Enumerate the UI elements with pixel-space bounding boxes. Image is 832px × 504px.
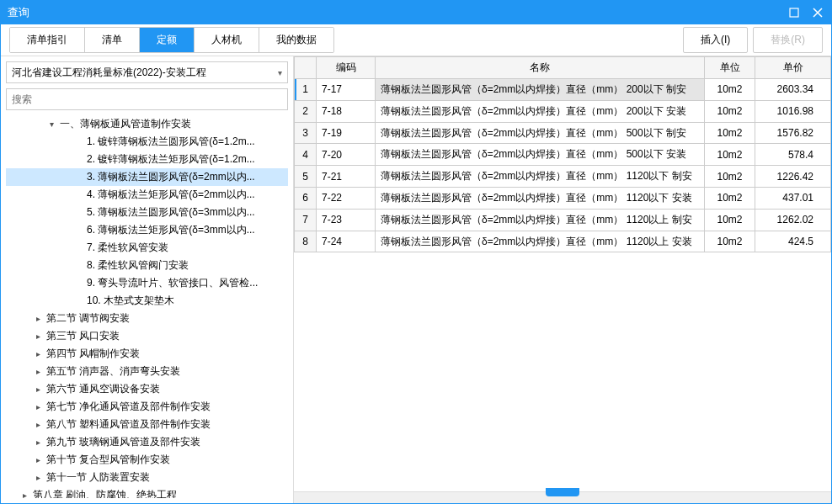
chevron-right-icon[interactable]: ▸ bbox=[33, 314, 43, 323]
table-row[interactable]: 27-18薄钢板法兰圆形风管（δ=2mm以内焊接）直径（mm） 200以下 安装… bbox=[295, 100, 831, 122]
cell-code[interactable]: 7-19 bbox=[317, 122, 376, 144]
row-number[interactable]: 8 bbox=[295, 231, 317, 252]
chevron-right-icon[interactable]: ▸ bbox=[33, 349, 43, 358]
chevron-down-icon[interactable]: ▾ bbox=[46, 119, 56, 129]
tree-item[interactable]: 5. 薄钢板法兰圆形风管(δ=3mm以内... bbox=[6, 204, 288, 221]
cell-unit[interactable]: 10m2 bbox=[705, 231, 755, 252]
tree-item[interactable]: 3. 薄钢板法兰圆形风管(δ=2mm以内... bbox=[6, 168, 288, 186]
cell-price[interactable]: 2603.34 bbox=[755, 79, 831, 101]
tree-item[interactable]: ▸第三节 风口安装 bbox=[6, 327, 288, 345]
cell-price[interactable]: 437.01 bbox=[755, 187, 831, 209]
tree-item[interactable]: ▸第八节 塑料通风管道及部件制作安装 bbox=[6, 416, 288, 433]
tree-item[interactable]: ▸第九节 玻璃钢通风管道及部件安装 bbox=[6, 433, 288, 451]
cell-unit[interactable]: 10m2 bbox=[705, 187, 755, 209]
cell-name[interactable]: 薄钢板法兰圆形风管（δ=2mm以内焊接）直径（mm） 200以下 制安 bbox=[376, 79, 705, 101]
tree-item[interactable]: ▸第十节 复合型风管制作安装 bbox=[6, 451, 288, 469]
row-number[interactable]: 4 bbox=[295, 144, 317, 166]
cell-unit[interactable]: 10m2 bbox=[705, 144, 755, 166]
row-number[interactable]: 3 bbox=[295, 122, 317, 144]
tree-item[interactable]: ▸第七节 净化通风管道及部件制作安装 bbox=[6, 398, 288, 416]
chevron-right-icon[interactable]: ▸ bbox=[33, 332, 43, 341]
table-row[interactable]: 57-21薄钢板法兰圆形风管（δ=2mm以内焊接）直径（mm） 1120以下 制… bbox=[295, 166, 831, 188]
chevron-right-icon[interactable]: ▸ bbox=[33, 367, 43, 376]
tab-4[interactable]: 我的数据 bbox=[259, 28, 333, 52]
cell-price[interactable]: 1262.02 bbox=[755, 209, 831, 231]
cell-name[interactable]: 薄钢板法兰圆形风管（δ=2mm以内焊接）直径（mm） 1120以上 制安 bbox=[376, 209, 705, 231]
col-price[interactable]: 单价 bbox=[755, 57, 831, 79]
cell-name[interactable]: 薄钢板法兰圆形风管（δ=2mm以内焊接）直径（mm） 200以下 安装 bbox=[376, 100, 705, 122]
cell-price[interactable]: 1016.98 bbox=[755, 100, 831, 122]
cell-code[interactable]: 7-20 bbox=[317, 144, 376, 166]
col-code[interactable]: 编码 bbox=[317, 57, 376, 79]
cell-code[interactable]: 7-21 bbox=[317, 166, 376, 188]
standard-dropdown[interactable]: 河北省建设工程消耗量标准(2022)-安装工程 ▾ bbox=[6, 61, 288, 83]
tree-item[interactable]: 9. 弯头导流叶片、软管接口、风管检... bbox=[6, 274, 288, 292]
tree-item[interactable]: ▸第四节 风帽制作安装 bbox=[6, 345, 288, 363]
tab-0[interactable]: 清单指引 bbox=[10, 28, 85, 52]
tree-item[interactable]: 4. 薄钢板法兰矩形风管(δ=2mm以内... bbox=[6, 186, 288, 204]
maximize-icon[interactable] bbox=[787, 6, 801, 19]
chevron-right-icon[interactable]: ▸ bbox=[33, 420, 43, 429]
chevron-right-icon[interactable]: ▸ bbox=[33, 473, 43, 482]
chevron-right-icon[interactable]: ▸ bbox=[33, 402, 43, 411]
table-row[interactable]: 87-24薄钢板法兰圆形风管（δ=2mm以内焊接）直径（mm） 1120以上 安… bbox=[295, 231, 831, 252]
tree-item[interactable]: ▸第五节 消声器、消声弯头安装 bbox=[6, 363, 288, 380]
row-number[interactable]: 7 bbox=[295, 209, 317, 231]
tab-2[interactable]: 定额 bbox=[140, 28, 195, 52]
chevron-right-icon[interactable]: ▸ bbox=[33, 455, 43, 464]
tab-3[interactable]: 人材机 bbox=[195, 28, 259, 52]
tree-item[interactable]: 2. 镀锌薄钢板法兰矩形风管(δ=1.2m... bbox=[6, 151, 288, 168]
tree-item[interactable]: ▸第六节 通风空调设备安装 bbox=[6, 380, 288, 398]
insert-button[interactable]: 插入(I) bbox=[683, 27, 748, 53]
tab-1[interactable]: 清单 bbox=[85, 28, 140, 52]
tree-item[interactable]: 7. 柔性软风管安装 bbox=[6, 239, 288, 257]
chevron-right-icon[interactable]: ▸ bbox=[19, 491, 29, 498]
table-row[interactable]: 37-19薄钢板法兰圆形风管（δ=2mm以内焊接）直径（mm） 500以下 制安… bbox=[295, 122, 831, 144]
cell-price[interactable]: 1226.42 bbox=[755, 166, 831, 188]
category-tree[interactable]: ▾一、薄钢板通风管道制作安装1. 镀锌薄钢板法兰圆形风管(δ=1.2m...2.… bbox=[6, 115, 288, 498]
drag-handle-icon[interactable] bbox=[546, 488, 579, 496]
cell-unit[interactable]: 10m2 bbox=[705, 79, 755, 101]
row-number[interactable]: 5 bbox=[295, 166, 317, 188]
search-input[interactable] bbox=[6, 88, 288, 110]
tree-item[interactable]: ▸第八章 刷油、防腐蚀、绝热工程 bbox=[6, 486, 288, 498]
tree-item[interactable]: 1. 镀锌薄钢板法兰圆形风管(δ=1.2m... bbox=[6, 133, 288, 151]
cell-code[interactable]: 7-18 bbox=[317, 100, 376, 122]
cell-unit[interactable]: 10m2 bbox=[705, 166, 755, 188]
tree-item[interactable]: 6. 薄钢板法兰矩形风管(δ=3mm以内... bbox=[6, 221, 288, 239]
cell-code[interactable]: 7-23 bbox=[317, 209, 376, 231]
close-icon[interactable] bbox=[811, 6, 824, 19]
tree-label: 一、薄钢板通风管道制作安装 bbox=[56, 117, 191, 131]
col-unit[interactable]: 单位 bbox=[705, 57, 755, 79]
tree-item[interactable]: ▸第二节 调节阀安装 bbox=[6, 310, 288, 327]
cell-unit[interactable]: 10m2 bbox=[705, 100, 755, 122]
tree-item[interactable]: 10. 木垫式支架垫木 bbox=[6, 292, 288, 310]
cell-price[interactable]: 1576.82 bbox=[755, 122, 831, 144]
cell-name[interactable]: 薄钢板法兰圆形风管（δ=2mm以内焊接）直径（mm） 500以下 安装 bbox=[376, 144, 705, 166]
tree-item[interactable]: ▾一、薄钢板通风管道制作安装 bbox=[6, 115, 288, 133]
cell-code[interactable]: 7-17 bbox=[317, 79, 376, 101]
cell-name[interactable]: 薄钢板法兰圆形风管（δ=2mm以内焊接）直径（mm） 1120以下 安装 bbox=[376, 187, 705, 209]
cell-code[interactable]: 7-22 bbox=[317, 187, 376, 209]
data-grid[interactable]: 编码 名称 单位 单价 17-17薄钢板法兰圆形风管（δ=2mm以内焊接）直径（… bbox=[294, 56, 831, 491]
cell-name[interactable]: 薄钢板法兰圆形风管（δ=2mm以内焊接）直径（mm） 1120以下 制安 bbox=[376, 166, 705, 188]
cell-price[interactable]: 424.5 bbox=[755, 231, 831, 252]
table-row[interactable]: 47-20薄钢板法兰圆形风管（δ=2mm以内焊接）直径（mm） 500以下 安装… bbox=[295, 144, 831, 166]
table-row[interactable]: 77-23薄钢板法兰圆形风管（δ=2mm以内焊接）直径（mm） 1120以上 制… bbox=[295, 209, 831, 231]
col-name[interactable]: 名称 bbox=[376, 57, 705, 79]
cell-code[interactable]: 7-24 bbox=[317, 231, 376, 252]
cell-unit[interactable]: 10m2 bbox=[705, 209, 755, 231]
cell-name[interactable]: 薄钢板法兰圆形风管（δ=2mm以内焊接）直径（mm） 500以下 制安 bbox=[376, 122, 705, 144]
chevron-right-icon[interactable]: ▸ bbox=[33, 385, 43, 394]
table-row[interactable]: 67-22薄钢板法兰圆形风管（δ=2mm以内焊接）直径（mm） 1120以下 安… bbox=[295, 187, 831, 209]
row-number[interactable]: 2 bbox=[295, 100, 317, 122]
tree-item[interactable]: 8. 柔性软风管阀门安装 bbox=[6, 257, 288, 274]
tree-item[interactable]: ▸第十一节 人防装置安装 bbox=[6, 469, 288, 486]
row-number[interactable]: 1 bbox=[295, 79, 317, 101]
chevron-right-icon[interactable]: ▸ bbox=[33, 438, 43, 447]
table-row[interactable]: 17-17薄钢板法兰圆形风管（δ=2mm以内焊接）直径（mm） 200以下 制安… bbox=[295, 79, 831, 101]
cell-price[interactable]: 578.4 bbox=[755, 144, 831, 166]
cell-unit[interactable]: 10m2 bbox=[705, 122, 755, 144]
cell-name[interactable]: 薄钢板法兰圆形风管（δ=2mm以内焊接）直径（mm） 1120以上 安装 bbox=[376, 231, 705, 252]
row-number[interactable]: 6 bbox=[295, 187, 317, 209]
